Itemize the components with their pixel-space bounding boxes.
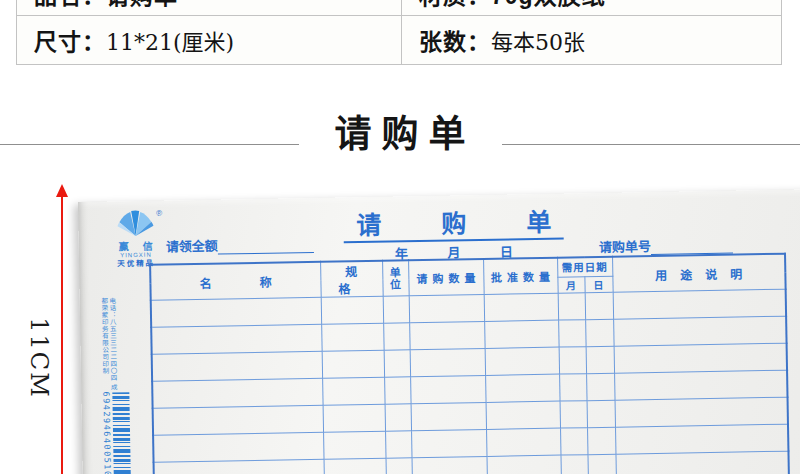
amount-blank-line (218, 240, 314, 255)
amount-label: 请领全额 (166, 236, 218, 256)
spec-partial-right: 材质：70g双胶纸 (419, 0, 606, 9)
registered-mark: ® (156, 209, 162, 218)
page-title: 请购单 (299, 104, 502, 158)
printer-side-notes: 电话：八五三三二二四〇四 成都荣蒙印务有限公司印制 (100, 297, 118, 397)
side-note-phone: 电话：八五三三二二四〇四 (109, 297, 117, 381)
brand-logo: ® 赢信 YINGXIN 天优精品 (100, 208, 171, 268)
barcode-icon (112, 392, 131, 474)
col-header-qty-approved: 批准数量 (483, 258, 558, 295)
col-header-name: 名称 (150, 262, 321, 300)
dimension-label: 11CM (27, 308, 53, 408)
sheets-label: 张数： (419, 29, 491, 55)
size-value: 11*21(厘米) (106, 30, 234, 55)
form-title: 请购单 (356, 200, 657, 241)
spec-table: 品名：请购单 材质：70g双胶纸 尺寸：11*21(厘米) 张数：每本50张 (16, 0, 782, 65)
section-title-bar: 请购单 (0, 103, 800, 159)
title-rule-right (502, 144, 800, 145)
fan-logo-icon (113, 209, 157, 238)
col-header-unit: 单位 (382, 260, 409, 296)
col-header-day: 日 (584, 276, 612, 293)
requisition-table: 名称 规格 单位 请购数量 批准数量 需用日期 用途说明 月 日 (149, 253, 790, 474)
amount-field: 请领全额 (166, 234, 314, 256)
order-no-field: 请购单号 (599, 235, 733, 256)
col-header-qty-requested: 请购数量 (408, 259, 484, 296)
spec-row-size: 尺寸：11*21(厘米) 张数：每本50张 (17, 16, 782, 65)
brand-name-cn: 赢信 (101, 241, 171, 252)
spec-row-partial: 品名：请购单 材质：70g双胶纸 (17, 0, 782, 16)
form-paper-photo: ® 赢信 YINGXIN 天优精品 请购单 请领全额 年 月 日 请购单号 名称… (78, 189, 800, 474)
title-rule-left (0, 144, 299, 145)
barcode-number: 6942946400510 (101, 391, 113, 474)
product-page: { "spec_table": { "partial_row": { "left… (0, 0, 800, 474)
col-header-month: 月 (557, 276, 584, 293)
spec-partial-left: 品名：请购单 (34, 0, 178, 9)
sheets-value: 每本50张 (491, 30, 585, 55)
col-header-date-needed: 需用日期 (557, 257, 612, 277)
dimension-arrow-line (61, 195, 63, 474)
col-header-spec: 规格 (320, 261, 383, 298)
order-no-label: 请购单号 (599, 236, 651, 256)
col-header-usage: 用途说明 (612, 254, 786, 293)
size-label: 尺寸： (34, 29, 106, 55)
